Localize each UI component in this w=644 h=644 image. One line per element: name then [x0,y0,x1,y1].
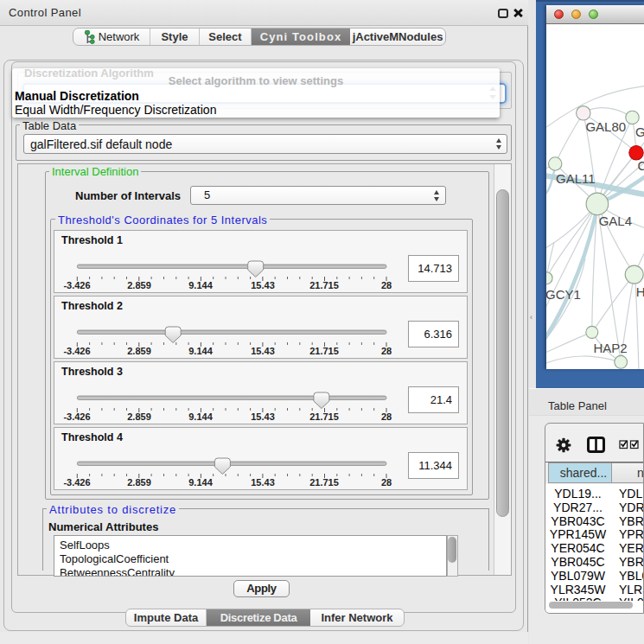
svg-text:C: C [638,158,644,173]
svg-text:GCY1: GCY1 [546,287,581,302]
svg-text:GAL80: GAL80 [585,119,626,134]
svg-text:GAL4: GAL4 [599,214,632,228]
svg-text:GAL11: GAL11 [556,171,596,186]
svg-text:HAP2: HAP2 [593,341,627,355]
svg-text:H: H [636,284,644,299]
svg-text:G.: G. [635,124,644,139]
